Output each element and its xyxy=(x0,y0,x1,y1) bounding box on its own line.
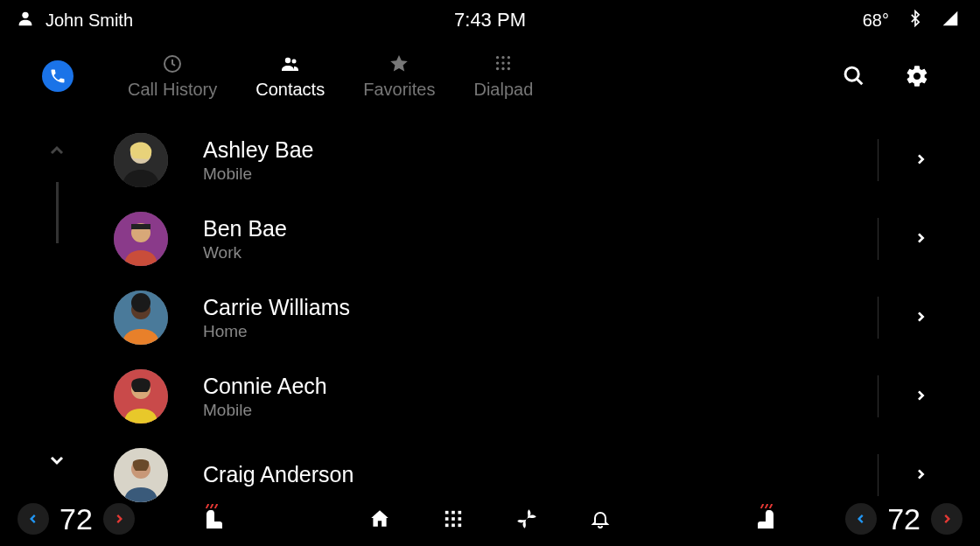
contact-name: Carrie Williams xyxy=(203,295,878,320)
svg-rect-33 xyxy=(452,524,455,528)
tab-bar: Call History Contacts Favorites Dialpad xyxy=(0,40,980,112)
right-temperature: 72 xyxy=(887,502,920,536)
row-divider xyxy=(878,375,878,417)
svg-rect-27 xyxy=(452,511,455,514)
hvac-fan-button[interactable] xyxy=(514,507,539,531)
signal-icon xyxy=(942,10,959,32)
contact-row[interactable]: Ashley Bae Mobile xyxy=(114,121,980,200)
history-icon xyxy=(162,53,183,74)
scroll-up-button[interactable] xyxy=(46,140,67,164)
svg-rect-29 xyxy=(445,517,449,521)
svg-point-8 xyxy=(502,61,505,64)
svg-rect-31 xyxy=(458,517,462,521)
left-seat-heater-button[interactable] xyxy=(200,502,226,536)
settings-button[interactable] xyxy=(896,55,938,97)
dialpad-icon xyxy=(493,53,514,74)
user-name: John Smith xyxy=(46,10,133,31)
svg-point-6 xyxy=(508,56,510,59)
scroll-down-button[interactable] xyxy=(46,450,67,474)
svg-rect-30 xyxy=(452,517,455,521)
contact-name: Connie Aech xyxy=(203,374,878,399)
left-climate-group: 72 xyxy=(18,502,135,536)
left-temp-up-button[interactable] xyxy=(103,503,135,535)
row-divider xyxy=(878,454,878,496)
user-icon xyxy=(16,9,35,32)
svg-point-11 xyxy=(502,66,505,69)
contact-type: Mobile xyxy=(203,401,878,420)
contact-detail-button[interactable] xyxy=(914,466,928,486)
home-button[interactable] xyxy=(368,507,392,531)
avatar xyxy=(114,290,168,345)
contact-type: Mobile xyxy=(203,164,878,184)
bluetooth-icon xyxy=(906,9,924,32)
contact-name: Craig Anderson xyxy=(203,462,878,487)
row-divider xyxy=(878,218,878,260)
avatar xyxy=(114,133,168,187)
svg-point-10 xyxy=(496,66,499,69)
tab-contacts[interactable]: Contacts xyxy=(236,53,344,100)
tab-favorites[interactable]: Favorites xyxy=(344,53,454,100)
contact-detail-button[interactable] xyxy=(914,387,928,407)
contact-type: Work xyxy=(203,243,878,262)
svg-point-4 xyxy=(496,56,499,59)
svg-point-2 xyxy=(285,57,290,62)
system-bar: 72 72 xyxy=(0,492,980,546)
svg-point-12 xyxy=(508,66,510,69)
contact-detail-button[interactable] xyxy=(914,150,928,171)
tab-label: Call History xyxy=(128,80,217,100)
contacts-icon xyxy=(280,53,301,74)
svg-point-3 xyxy=(291,59,296,63)
svg-point-9 xyxy=(508,61,510,64)
tab-label: Contacts xyxy=(256,80,325,100)
svg-point-13 xyxy=(845,67,858,80)
star-icon xyxy=(388,53,410,74)
left-temp-down-button[interactable] xyxy=(18,503,49,535)
search-button[interactable] xyxy=(833,55,875,97)
contact-detail-button[interactable] xyxy=(914,308,928,328)
row-divider xyxy=(878,139,878,181)
contacts-content: Ashley Bae Mobile Ben Bae Work xyxy=(0,112,980,492)
svg-rect-34 xyxy=(458,524,462,528)
contact-row[interactable]: Carrie Williams Home xyxy=(114,278,980,357)
contact-name: Ben Bae xyxy=(203,216,878,242)
right-temp-up-button[interactable] xyxy=(931,503,962,535)
tab-label: Favorites xyxy=(363,80,435,100)
svg-point-21 xyxy=(131,293,150,312)
row-divider xyxy=(878,297,878,339)
contact-row[interactable]: Ben Bae Work xyxy=(114,200,980,278)
outside-temperature: 68° xyxy=(863,10,889,31)
phone-app-icon[interactable] xyxy=(42,60,74,92)
tab-dialpad[interactable]: Dialpad xyxy=(454,53,552,100)
avatar xyxy=(114,212,168,266)
right-climate-group: 72 xyxy=(845,502,962,536)
svg-point-5 xyxy=(502,56,505,59)
scroll-column xyxy=(0,112,114,492)
svg-point-0 xyxy=(22,11,28,18)
notifications-button[interactable] xyxy=(588,507,612,531)
scrollbar-track[interactable] xyxy=(56,182,59,243)
clock: 7:43 PM xyxy=(454,9,526,32)
svg-rect-18 xyxy=(131,224,150,229)
svg-rect-28 xyxy=(458,511,462,514)
right-temp-down-button[interactable] xyxy=(845,503,877,535)
avatar xyxy=(114,369,168,424)
right-seat-heater-button[interactable] xyxy=(754,502,780,536)
contact-name: Ashley Bae xyxy=(203,137,878,163)
svg-rect-32 xyxy=(445,524,449,528)
contact-row[interactable]: Connie Aech Mobile xyxy=(114,357,980,436)
contact-type: Home xyxy=(203,322,878,341)
apps-button[interactable] xyxy=(441,507,466,531)
tab-call-history[interactable]: Call History xyxy=(108,53,236,100)
contacts-list[interactable]: Ashley Bae Mobile Ben Bae Work xyxy=(114,112,980,492)
tab-label: Dialpad xyxy=(473,80,533,100)
status-bar: John Smith 7:43 PM 68° xyxy=(0,0,980,40)
contact-detail-button[interactable] xyxy=(914,229,928,249)
svg-rect-26 xyxy=(445,511,449,514)
left-temperature: 72 xyxy=(60,502,93,536)
svg-point-7 xyxy=(496,61,499,64)
